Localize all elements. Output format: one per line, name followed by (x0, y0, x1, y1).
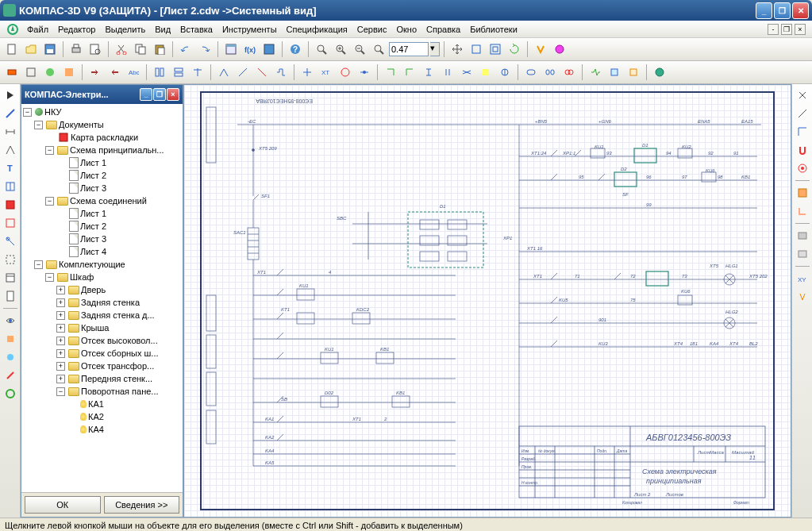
dt-13[interactable] (253, 63, 271, 81)
lt-table[interactable] (2, 179, 18, 194)
rt-snap[interactable] (795, 160, 810, 176)
dt-24[interactable] (477, 63, 495, 81)
undo-button[interactable] (177, 40, 194, 58)
dt-26[interactable] (522, 63, 540, 81)
mdi-minimize[interactable]: - (768, 24, 779, 35)
tool-a-button[interactable] (532, 40, 549, 58)
lt-x1[interactable] (2, 331, 18, 347)
zoom-scale-button[interactable] (370, 40, 387, 58)
dt-22[interactable] (439, 63, 456, 81)
paste-button[interactable] (151, 40, 168, 58)
tree-shkaf[interactable]: −Шкаф (23, 271, 181, 283)
menu-editor[interactable]: Редактор (53, 23, 100, 36)
tree-sheet[interactable]: Лист 3 (23, 233, 181, 245)
tree-item[interactable]: +Крыша (23, 321, 181, 334)
lt-dim[interactable] (2, 124, 18, 140)
dt-18[interactable] (356, 63, 373, 81)
zoom-in-button[interactable] (332, 40, 349, 58)
dt-15[interactable] (298, 63, 316, 81)
tree-sheet[interactable]: Лист 2 (23, 169, 181, 182)
lt-report[interactable] (2, 288, 18, 304)
lt-x2[interactable] (2, 349, 18, 365)
zoom-fit-button[interactable] (487, 40, 504, 58)
tree[interactable]: −НКУ −Документы Карта раскладки −Схема п… (21, 104, 183, 492)
dt-8[interactable] (151, 63, 168, 81)
menu-file[interactable]: Файл (22, 23, 53, 36)
rt-grid[interactable] (795, 185, 810, 201)
panel-minimize[interactable]: _ (140, 88, 152, 101)
rt-layer2[interactable] (795, 246, 810, 262)
lt-arrow[interactable] (2, 87, 18, 103)
vars-button[interactable] (260, 40, 278, 58)
rt-layer1[interactable] (795, 228, 810, 244)
lt-text[interactable]: T (2, 160, 18, 176)
zoom-window-button[interactable] (313, 40, 330, 58)
refresh-button[interactable] (506, 40, 523, 58)
menu-help[interactable]: Справка (421, 23, 465, 36)
mdi-close[interactable]: × (795, 24, 806, 35)
close-button[interactable]: ✕ (792, 2, 809, 19)
preview-button[interactable] (87, 40, 104, 58)
tree-kompl[interactable]: −Комплектующие (23, 258, 181, 271)
dt-4[interactable] (60, 63, 78, 81)
lt-select[interactable] (2, 252, 18, 267)
tree-item[interactable]: +Задняя стенка (23, 296, 181, 309)
tree-root[interactable]: −НКУ (23, 106, 181, 118)
tool-b-button[interactable] (551, 40, 568, 58)
tree-item[interactable]: +Передняя стенк... (23, 372, 181, 385)
lt-measure[interactable] (2, 233, 18, 249)
new-button[interactable] (3, 40, 21, 58)
redo-button[interactable] (196, 40, 214, 58)
copy-button[interactable] (132, 40, 149, 58)
lt-x3[interactable] (2, 367, 18, 383)
tree-item[interactable]: +Отсек высоковол... (23, 334, 181, 347)
pan-button[interactable] (448, 40, 466, 58)
zoom-out-button[interactable] (351, 40, 368, 58)
rt-xy[interactable]: XY (795, 271, 810, 287)
dt-29[interactable] (587, 63, 604, 81)
menu-window[interactable]: Окно (391, 23, 421, 36)
lt-rough[interactable] (2, 142, 18, 158)
dt-6[interactable] (106, 63, 123, 81)
tree-item[interactable]: +Задняя стенка д... (23, 309, 181, 321)
tree-component[interactable]: КА4 (23, 423, 181, 436)
tree-sheet[interactable]: Лист 3 (23, 182, 181, 194)
tree-component[interactable]: КА2 (23, 410, 181, 423)
rt-magnet[interactable] (795, 142, 810, 158)
dt-9[interactable] (170, 63, 187, 81)
dt-27[interactable] (541, 63, 559, 81)
tree-sheet[interactable]: Лист 4 (23, 245, 181, 258)
tree-component[interactable]: КА1 (23, 398, 181, 410)
tree-sheet[interactable]: Лист 1 (23, 156, 181, 169)
dt-30[interactable] (606, 63, 623, 81)
dt-17[interactable] (337, 63, 354, 81)
dt-19[interactable] (382, 63, 399, 81)
maximize-button[interactable]: ❐ (774, 2, 791, 19)
tree-schema-prin[interactable]: −Схема принципиальн... (23, 144, 181, 156)
open-button[interactable] (22, 40, 40, 58)
drawing-canvas[interactable]: ЕЄ008-95НЕЄ10ЈЯВА (183, 84, 791, 518)
tree-item[interactable]: +Отсек трансфор... (23, 360, 181, 372)
menu-tools[interactable]: Инструменты (217, 23, 282, 36)
lt-line[interactable] (2, 106, 18, 121)
info-button[interactable]: Сведения >> (104, 496, 180, 514)
lt-view[interactable] (2, 313, 18, 329)
dt-2[interactable] (22, 63, 40, 81)
dt-25[interactable] (496, 63, 514, 81)
mdi-restore[interactable]: ❐ (781, 24, 792, 35)
dt-1[interactable] (3, 63, 21, 81)
dt-23[interactable] (458, 63, 475, 81)
dt-31[interactable] (625, 63, 642, 81)
dt-3[interactable] (41, 63, 59, 81)
tree-documents[interactable]: −Документы (23, 118, 181, 131)
ok-button[interactable]: ОК (25, 496, 101, 514)
dt-7[interactable]: Abc (125, 63, 142, 81)
dt-10[interactable] (189, 63, 206, 81)
rt-1[interactable] (795, 87, 810, 103)
tree-sheet[interactable]: Лист 2 (23, 220, 181, 233)
menu-service[interactable]: Сервис (352, 23, 392, 36)
lt-spec[interactable] (2, 270, 18, 286)
menu-insert[interactable]: Вставка (175, 23, 217, 36)
dt-5[interactable] (87, 63, 104, 81)
fx-button[interactable]: f(x) (241, 40, 259, 58)
